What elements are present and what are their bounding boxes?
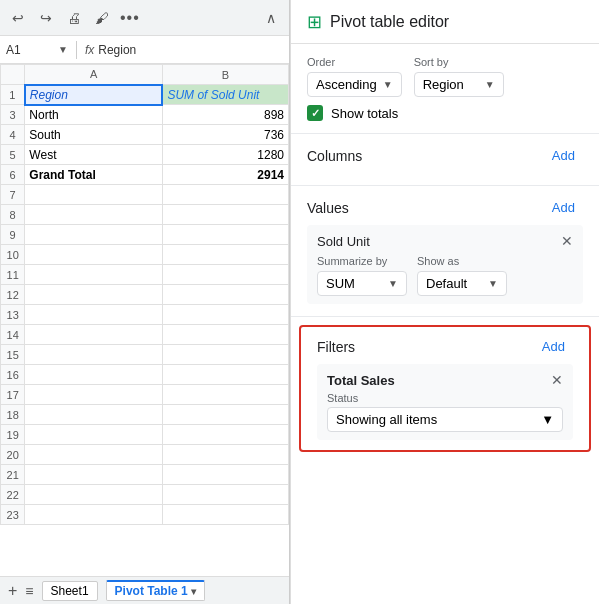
bottom-bar: + ≡ Sheet1 Pivot Table 1 ▾: [0, 576, 289, 604]
table-row: 13: [1, 305, 289, 325]
summarize-dropdown[interactable]: SUM ▼: [317, 271, 407, 296]
row-num-3: 3: [1, 105, 25, 125]
formula-value: Region: [98, 43, 136, 57]
sort-by-col: Sort by Region ▼: [414, 56, 504, 97]
panel-title: Pivot table editor: [330, 13, 449, 31]
cell-ref-arrow: ▼: [58, 44, 68, 55]
table-row: 23: [1, 505, 289, 525]
table-row: 3 North 898: [1, 105, 289, 125]
order-value: Ascending: [316, 77, 377, 92]
show-totals-label: Show totals: [331, 106, 398, 121]
cell-b6[interactable]: 2914: [162, 165, 288, 185]
pivot-table-tab[interactable]: Pivot Table 1 ▾: [106, 580, 205, 601]
filters-add-button[interactable]: Add: [534, 337, 573, 356]
table-row: 6 Grand Total 2914: [1, 165, 289, 185]
toolbar: ↩ ↪ 🖨 🖌 ••• ∧: [0, 0, 289, 36]
showing-items-dropdown[interactable]: Showing all items ▼: [327, 407, 563, 432]
status-label: Status: [327, 392, 563, 404]
show-totals-checkbox[interactable]: [307, 105, 323, 121]
table-row: 17: [1, 385, 289, 405]
table-row: 18: [1, 405, 289, 425]
values-add-button[interactable]: Add: [544, 198, 583, 217]
cell-b3[interactable]: 898: [162, 105, 288, 125]
show-as-value: Default: [426, 276, 467, 291]
summarize-label: Summarize by: [317, 255, 407, 267]
values-title: Values: [307, 200, 349, 216]
order-label: Order: [307, 56, 402, 68]
paint-icon[interactable]: 🖌: [92, 8, 112, 28]
panel-header: ⊞ Pivot table editor: [291, 0, 599, 44]
cell-ref-input[interactable]: [6, 43, 54, 57]
col-a-header: A: [25, 65, 163, 85]
values-card-header: Sold Unit ✕: [317, 233, 573, 249]
table-row: 4 South 736: [1, 125, 289, 145]
print-icon[interactable]: 🖨: [64, 8, 84, 28]
cell-a6[interactable]: Grand Total: [25, 165, 163, 185]
filters-card-title: Total Sales: [327, 373, 395, 388]
sheet1-tab[interactable]: Sheet1: [42, 581, 98, 601]
grid-container: A B 1 Region SUM of Sold Unit 3 North 89…: [0, 64, 289, 576]
row-num-5: 5: [1, 145, 25, 165]
cell-b4[interactable]: 736: [162, 125, 288, 145]
values-card-title: Sold Unit: [317, 234, 370, 249]
show-as-col: Show as Default ▼: [417, 255, 507, 296]
redo-icon[interactable]: ↪: [36, 8, 56, 28]
sort-by-label: Sort by: [414, 56, 504, 68]
order-dropdown[interactable]: Ascending ▼: [307, 72, 402, 97]
pivot-tab-label: Pivot Table 1: [115, 584, 188, 598]
sort-by-dropdown-arrow: ▼: [485, 79, 495, 90]
show-as-arrow: ▼: [488, 278, 498, 289]
table-row: 20: [1, 445, 289, 465]
summarize-arrow: ▼: [388, 278, 398, 289]
order-sort-section: Order Ascending ▼ Sort by Region ▼ Show …: [291, 44, 599, 134]
sort-by-value: Region: [423, 77, 464, 92]
values-card: Sold Unit ✕ Summarize by SUM ▼ Show as D…: [307, 225, 583, 304]
spreadsheet-area: ↩ ↪ 🖨 🖌 ••• ∧ ▼ fx Region A B 1: [0, 0, 290, 604]
table-row: 16: [1, 365, 289, 385]
table-row: 5 West 1280: [1, 145, 289, 165]
table-row: 14: [1, 325, 289, 345]
sort-by-dropdown[interactable]: Region ▼: [414, 72, 504, 97]
spreadsheet-grid: A B 1 Region SUM of Sold Unit 3 North 89…: [0, 64, 289, 525]
table-row: 22: [1, 485, 289, 505]
more-icon[interactable]: •••: [120, 9, 140, 27]
table-row: 21: [1, 465, 289, 485]
table-row: 12: [1, 285, 289, 305]
values-card-row: Summarize by SUM ▼ Show as Default ▼: [317, 255, 573, 296]
pivot-table-icon: ⊞: [307, 11, 322, 33]
showing-items-arrow: ▼: [541, 412, 554, 427]
table-row: 10: [1, 245, 289, 265]
values-close-button[interactable]: ✕: [561, 233, 573, 249]
filters-card: Total Sales ✕ Status Showing all items ▼: [317, 364, 573, 440]
show-as-dropdown[interactable]: Default ▼: [417, 271, 507, 296]
columns-add-button[interactable]: Add: [544, 146, 583, 165]
cell-b1[interactable]: SUM of Sold Unit: [162, 85, 288, 105]
add-sheet-button[interactable]: +: [8, 582, 17, 600]
collapse-icon[interactable]: ∧: [261, 8, 281, 28]
formula-divider: [76, 41, 77, 59]
filters-header: Filters Add: [317, 337, 573, 356]
cell-a5[interactable]: West: [25, 145, 163, 165]
cell-b5[interactable]: 1280: [162, 145, 288, 165]
table-row: 19: [1, 425, 289, 445]
showing-items-value: Showing all items: [336, 412, 437, 427]
pivot-editor-panel: ⊞ Pivot table editor Order Ascending ▼ S…: [290, 0, 599, 604]
table-row: 9: [1, 225, 289, 245]
cell-a4[interactable]: South: [25, 125, 163, 145]
col-b-header: B: [162, 65, 288, 85]
row-num-6: 6: [1, 165, 25, 185]
formula-bar: ▼ fx Region: [0, 36, 289, 64]
show-as-label: Show as: [417, 255, 507, 267]
row-num-1: 1: [1, 85, 25, 105]
pivot-tab-arrow: ▾: [191, 586, 196, 597]
values-header: Values Add: [307, 198, 583, 217]
cell-a3[interactable]: North: [25, 105, 163, 125]
cell-a1[interactable]: Region: [25, 85, 163, 105]
filters-card-header: Total Sales ✕: [327, 372, 563, 388]
columns-section: Columns Add: [291, 134, 599, 186]
order-dropdown-arrow: ▼: [383, 79, 393, 90]
undo-icon[interactable]: ↩: [8, 8, 28, 28]
table-row: 15: [1, 345, 289, 365]
sheet-list-button[interactable]: ≡: [25, 583, 33, 599]
filters-close-button[interactable]: ✕: [551, 372, 563, 388]
